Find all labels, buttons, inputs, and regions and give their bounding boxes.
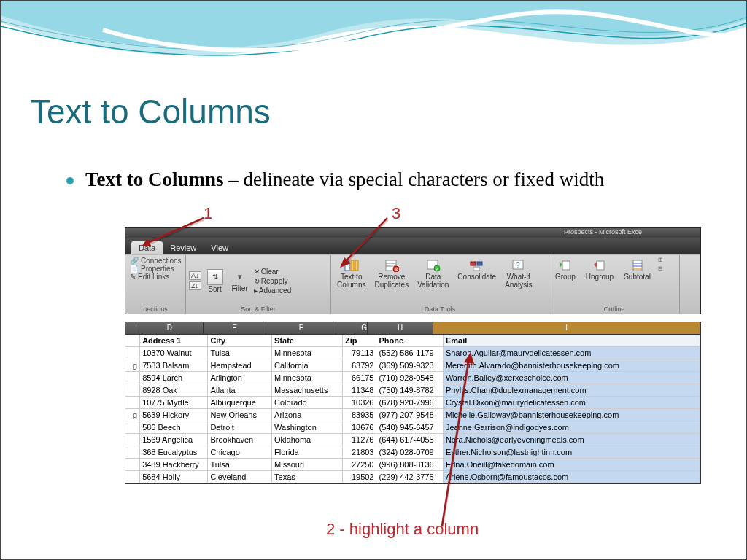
cell[interactable]: (324) 028-0709	[376, 446, 443, 458]
cell[interactable]: Nora.Nichols@earlyeveningmeals.com	[444, 434, 700, 446]
cell[interactable]: Sharon.Aguilar@maurydelicatessen.com	[444, 347, 700, 359]
cell[interactable]: 368 Eucalyptus	[140, 446, 208, 458]
cell[interactable]: 10775 Myrtle	[140, 397, 208, 408]
header-state[interactable]: State	[272, 335, 343, 346]
whatif-button[interactable]: ? What-If Analysis	[502, 257, 535, 305]
cell[interactable]	[125, 335, 140, 346]
cell[interactable]: (977) 207-9548	[376, 409, 443, 421]
col-header-f[interactable]: F	[266, 322, 336, 334]
col-header-d[interactable]: D	[136, 322, 204, 334]
group-button[interactable]: Group	[552, 257, 578, 305]
ungroup-button[interactable]: Ungroup	[583, 257, 616, 305]
cell[interactable]: 5684 Holly	[140, 471, 208, 483]
edit-links-button[interactable]: ✎Edit Links	[128, 273, 182, 281]
cell[interactable]: Massachusetts	[272, 384, 343, 396]
cell[interactable]: (540) 945-6457	[376, 421, 443, 433]
header-city[interactable]: City	[208, 335, 272, 346]
cell[interactable]	[125, 384, 140, 396]
cell[interactable]: (678) 920-7996	[376, 397, 443, 408]
col-header-i[interactable]: I	[433, 322, 700, 334]
reapply-button[interactable]: ↻Reapply	[254, 277, 291, 285]
cell[interactable]: Esther.Nicholson@lastnightinn.com	[444, 446, 700, 458]
connections-button[interactable]: 🔗Connections	[128, 257, 182, 265]
cell[interactable]	[125, 459, 140, 470]
header-address[interactable]: Address 1	[140, 335, 208, 346]
cell[interactable]: 10326	[343, 397, 376, 408]
cell[interactable]: Arizona	[272, 409, 343, 421]
cell[interactable]: 21803	[343, 446, 376, 458]
cell[interactable]: 586 Beech	[140, 421, 208, 433]
cell[interactable]: Colorado	[272, 397, 343, 408]
cell[interactable]: Florida	[272, 446, 343, 458]
cell[interactable]: Tulsa	[208, 459, 272, 470]
cell[interactable]: (710) 928-0548	[376, 372, 443, 384]
cell[interactable]: Detroit	[208, 421, 272, 433]
header-phone[interactable]: Phone	[376, 335, 443, 346]
remove-duplicates-button[interactable]: ✕ Remove Duplicates	[371, 257, 411, 305]
cell[interactable]: Crystal.Dixon@maurydelicatessen.com	[444, 397, 700, 408]
cell[interactable]: New Orleans	[208, 409, 272, 421]
cell[interactable]: 19502	[343, 471, 376, 483]
cell[interactable]: 66175	[343, 372, 376, 384]
cell[interactable]: 11348	[343, 384, 376, 396]
cell[interactable]	[125, 446, 140, 458]
cell[interactable]: Arlington	[208, 372, 272, 384]
cell[interactable]: 5639 Hickory	[140, 409, 208, 421]
cell[interactable]: 79113	[343, 347, 376, 359]
cell[interactable]: 63792	[343, 359, 376, 371]
cell[interactable]: Jeanne.Garrison@indigodyes.com	[444, 421, 700, 433]
cell[interactable]	[125, 372, 140, 384]
cell[interactable]: Edna.Oneill@fakedomain.com	[444, 459, 700, 470]
cell[interactable]: Arlene.Osborn@famoustacos.com	[444, 471, 700, 483]
col-header[interactable]	[125, 322, 136, 334]
cell[interactable]: (644) 617-4055	[376, 434, 443, 446]
cell[interactable]: (552) 586-1179	[376, 347, 443, 359]
cell[interactable]: California	[272, 359, 343, 371]
tab-review[interactable]: Review	[163, 241, 204, 254]
clear-button[interactable]: ✕Clear	[254, 268, 291, 276]
cell[interactable]: 7583 Balsam	[140, 359, 208, 371]
col-header-g[interactable]: G	[336, 322, 368, 334]
cell[interactable]: 8594 Larch	[140, 372, 208, 384]
cell[interactable]: Michelle.Galloway@bannisterhousekeeping.…	[444, 409, 700, 421]
cell[interactable]: (750) 149-8782	[376, 384, 443, 396]
cell[interactable]: Minnesota	[272, 372, 343, 384]
sort-desc-button[interactable]: Z↓	[189, 281, 201, 290]
consolidate-button[interactable]: Consolidate	[454, 257, 499, 305]
cell[interactable]: Washington	[272, 421, 343, 433]
sort-asc-button[interactable]: A↓	[189, 271, 201, 280]
header-email[interactable]: Email	[444, 335, 700, 346]
cell[interactable]: Oklahoma	[272, 434, 343, 446]
cell[interactable]: Atlanta	[208, 384, 272, 396]
cell[interactable]: 27250	[343, 459, 376, 470]
data-validation-button[interactable]: ✓ Data Validation	[414, 257, 452, 305]
cell[interactable]: 18676	[343, 421, 376, 433]
cell[interactable]: Texas	[272, 471, 343, 483]
show-detail-icon[interactable]: ⊞	[658, 257, 663, 263]
cell[interactable]: g	[125, 409, 140, 421]
cell[interactable]	[125, 347, 140, 359]
cell[interactable]: g	[125, 359, 140, 371]
cell[interactable]	[125, 434, 140, 446]
subtotal-button[interactable]: Subtotal	[621, 257, 654, 305]
cell[interactable]: Chicago	[208, 446, 272, 458]
cell[interactable]: Meredith.Alvarado@bannisterhousekeeping.…	[444, 359, 700, 371]
cell[interactable]: Warren.Bailey@xerxeschoice.com	[444, 372, 700, 384]
col-header-h[interactable]: H	[368, 322, 433, 334]
cell[interactable]: Minnesota	[272, 347, 343, 359]
hide-detail-icon[interactable]: ⊟	[658, 265, 663, 272]
cell[interactable]: (229) 442-3775	[376, 471, 443, 483]
cell[interactable]: Missouri	[272, 459, 343, 470]
col-header-e[interactable]: E	[204, 322, 266, 334]
cell[interactable]: 10370 Walnut	[140, 347, 208, 359]
tab-view[interactable]: View	[204, 241, 236, 254]
cell[interactable]: Cleveland	[208, 471, 272, 483]
cell[interactable]	[125, 471, 140, 483]
cell[interactable]: 83935	[343, 409, 376, 421]
text-to-columns-button[interactable]: Text to Columns	[334, 257, 368, 305]
cell[interactable]	[125, 397, 140, 408]
cell[interactable]: Brookhaven	[208, 434, 272, 446]
cell[interactable]	[125, 421, 140, 433]
cell[interactable]: Phyllis.Chan@duplexmanagement.com	[444, 384, 700, 396]
cell[interactable]: Hempstead	[208, 359, 272, 371]
